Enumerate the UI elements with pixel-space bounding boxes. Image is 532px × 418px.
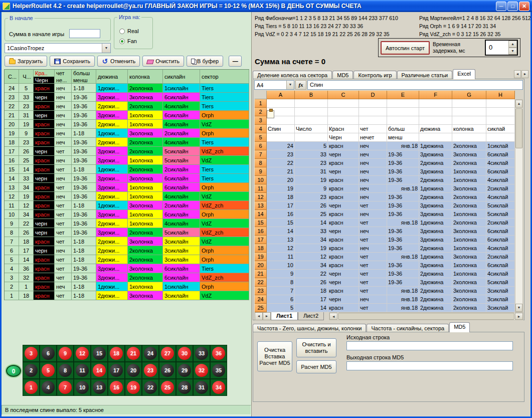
cell-B3[interactable] [295, 116, 328, 125]
cell-C9[interactable]: черн [328, 167, 359, 176]
tab-деление-колеса-на-сектора[interactable]: Деление колеса на сектора [253, 71, 332, 79]
table-row[interactable]: 1334краснчет19-363дюжи...1колонка6сиклай… [5, 183, 249, 192]
board-number-35[interactable]: 35 [210, 362, 227, 379]
cell-B15[interactable]: 14 [295, 219, 328, 227]
cell-D21[interactable]: чет [359, 270, 387, 278]
board-number-3[interactable]: 3 [23, 345, 40, 362]
board-number-19[interactable]: 19 [125, 379, 142, 396]
cell-A22[interactable]: 8 [267, 278, 295, 287]
cell-D7[interactable]: неч [359, 150, 387, 159]
tab-контроль-игр[interactable]: Контроль игр [353, 71, 396, 79]
cell-F17[interactable]: 3дюжина [419, 236, 452, 244]
cell-D22[interactable]: чет [359, 278, 387, 287]
cell-D3[interactable] [359, 116, 387, 125]
cell-H25[interactable]: 3сиклай [486, 304, 515, 312]
load-button[interactable]: Загрузить [5, 56, 47, 67]
board-number-13[interactable]: 13 [91, 379, 108, 396]
cell-H3[interactable] [486, 116, 515, 125]
cell-F23[interactable]: 2дюжина [419, 287, 452, 295]
board-number-20[interactable]: 20 [125, 362, 142, 379]
row-header-17[interactable]: 17 [255, 236, 267, 244]
cell-G24[interactable]: 2колонка [452, 295, 486, 304]
cell-D16[interactable]: неч [359, 227, 387, 236]
cell-F25[interactable]: 2дюжина [419, 304, 452, 312]
row-header-10[interactable]: 10 [255, 176, 267, 184]
cell-E15[interactable]: янв.18 [387, 219, 419, 227]
cell-E14[interactable]: 19-36 [387, 210, 419, 219]
board-number-9[interactable]: 9 [57, 345, 74, 362]
cell-G22[interactable]: 2колонка [452, 278, 486, 287]
cell-E7[interactable]: 19-36 [387, 150, 419, 159]
sheet-tab-лист2[interactable]: Лист2 [298, 312, 324, 320]
cell-F13[interactable]: 3дюжина [419, 201, 452, 210]
cell-A23[interactable]: 7 [267, 287, 295, 295]
clear-paste-button[interactable]: Очистить и вставить [296, 338, 336, 357]
board-number-1[interactable]: 1 [23, 379, 40, 396]
col-header-D[interactable]: D [359, 91, 387, 99]
cell-D8[interactable]: неч [359, 159, 387, 167]
save-button[interactable]: Сохранить [50, 56, 95, 67]
cell-G15[interactable]: 2колонка [452, 219, 486, 227]
table-row[interactable]: 199красннеч1-181дюжи...3колонка2сиклайнO… [5, 129, 249, 138]
cell-D18[interactable]: неч [359, 244, 387, 253]
cell-A17[interactable]: 13 [267, 236, 295, 244]
cell-H13[interactable]: 5сиклай [486, 201, 515, 210]
col-header-C[interactable]: C [328, 91, 359, 99]
cell-A12[interactable]: 18 [267, 193, 295, 201]
board-number-5[interactable]: 5 [40, 362, 57, 379]
cell-G17[interactable]: 1колонка [452, 236, 486, 244]
cell-E10[interactable]: 19-36 [387, 176, 419, 184]
row-header-2[interactable]: 2 [255, 108, 267, 116]
cell-C13[interactable]: черн [328, 201, 359, 210]
namebox-dropdown-icon[interactable]: ▼ [286, 81, 294, 89]
cell-B9[interactable]: 31 [295, 167, 328, 176]
row-header-8[interactable]: 8 [255, 159, 267, 167]
col-header-A[interactable]: A [267, 91, 295, 99]
cell-G19[interactable]: 3колонка [452, 253, 486, 261]
cell-E1[interactable] [387, 99, 419, 108]
paste-options-icon[interactable] [267, 110, 274, 118]
row-header-3[interactable]: 3 [255, 116, 267, 125]
cell-C1[interactable] [328, 99, 359, 108]
cell-D9[interactable]: неч [359, 167, 387, 176]
cell-D17[interactable]: чет [359, 236, 387, 244]
board-number-4[interactable]: 4 [40, 379, 57, 396]
row-header-18[interactable]: 18 [255, 244, 267, 253]
cell-G11[interactable]: 3колонка [452, 184, 486, 193]
cell-B25[interactable]: 14 [295, 304, 328, 312]
row-header-20[interactable]: 20 [255, 261, 267, 270]
row-header-1[interactable]: 1 [255, 99, 267, 108]
horizontal-scrollbar[interactable]: ◄ ► [329, 312, 523, 320]
cell-D10[interactable]: неч [359, 176, 387, 184]
table-row[interactable]: 718краснчет1-182дюжи...3колонка3сиклайнV… [5, 237, 249, 246]
cell-F8[interactable]: 2дюжина [419, 159, 452, 167]
table-row[interactable]: 617черннеч1-182дюжи...2колонка3сиклайнOr… [5, 246, 249, 255]
cell-C20[interactable]: красн [328, 261, 359, 270]
cell-B17[interactable]: 34 [295, 236, 328, 244]
cell-C21[interactable]: черн [328, 270, 359, 278]
board-number-0[interactable]: 0 [5, 363, 23, 378]
cell-G4[interactable]: колонка [452, 125, 486, 133]
cell-A7[interactable]: 23 [267, 150, 295, 159]
board-number-26[interactable]: 26 [159, 362, 176, 379]
cell-F16[interactable]: 3дюжина [419, 227, 452, 236]
maximize-button[interactable]: □ [507, 2, 518, 11]
vertical-scroll-thumb[interactable] [515, 108, 522, 148]
cell-B20[interactable]: 34 [295, 261, 328, 270]
board-number-29[interactable]: 29 [176, 362, 193, 379]
cell-F6[interactable]: 1дюжина [419, 142, 452, 150]
table-row[interactable]: 245красннеч1-181дюжи...2колонка1сиклайнT… [5, 84, 249, 93]
cell-D1[interactable] [359, 99, 387, 108]
cell-G1[interactable] [452, 99, 486, 108]
cell-G13[interactable]: 2колонка [452, 201, 486, 210]
cell-H15[interactable]: 2сиклай [486, 219, 515, 227]
cell-A6[interactable]: 24 [267, 142, 295, 150]
cell-H19[interactable]: 2сиклай [486, 253, 515, 261]
tab-scroll-left-icon[interactable]: ◄ [514, 70, 521, 78]
board-number-31[interactable]: 31 [193, 379, 210, 396]
hscroll-right-icon[interactable]: ► [515, 313, 523, 320]
cell-D5[interactable]: нечет [359, 133, 387, 142]
scroll-down-icon[interactable]: ▼ [515, 304, 522, 312]
board-number-24[interactable]: 24 [142, 345, 159, 362]
cell-B4[interactable]: Число [295, 125, 328, 133]
